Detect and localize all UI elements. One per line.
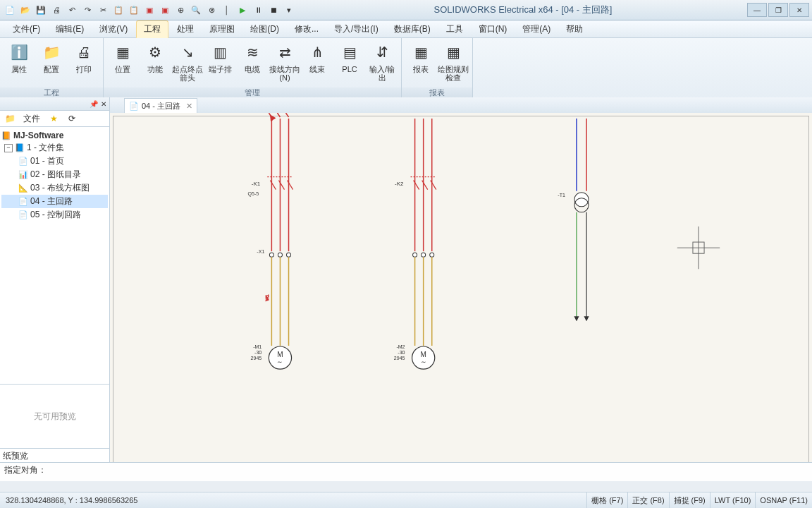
ref-k1: -K1 — [252, 181, 261, 187]
qat-cut-icon[interactable]: ✂ — [96, 3, 110, 17]
status-toggle[interactable]: 栅格 (F7) — [586, 492, 627, 508]
tool-label: 属性 — [11, 64, 27, 73]
qat-more-icon[interactable]: ▾ — [282, 3, 296, 17]
tree-item[interactable]: 📄04 - 主回路 — [1, 195, 108, 208]
qat-pause-icon[interactable]: ⏸ — [251, 3, 265, 17]
qat-copy-icon[interactable]: 📋 — [111, 3, 125, 17]
ref-x1: -X1 — [257, 249, 264, 254]
tool-报表[interactable]: ▦报表 — [405, 40, 437, 73]
menu-7[interactable]: 修改... — [288, 21, 326, 37]
menu-6[interactable]: 绘图(D) — [243, 21, 286, 37]
tool-起点终点箭头[interactable]: ↘起点终点箭头 — [171, 40, 204, 82]
tool-icon: ▦ — [442, 41, 465, 64]
menu-13[interactable]: 帮助 — [559, 21, 590, 37]
tool-绘图规则检查[interactable]: ▦绘图规则检查 — [437, 40, 469, 82]
menu-3[interactable]: 工程 — [136, 20, 168, 38]
svg-text:W1: W1 — [265, 294, 269, 301]
ref-q: Q5-5 — [248, 191, 259, 197]
qat-undo-icon[interactable]: ↶ — [65, 3, 79, 17]
panel-tool-files[interactable]: 📁 — [3, 111, 17, 126]
tool-label: 电缆 — [245, 64, 260, 73]
ref-m2: -M2 — [396, 344, 405, 349]
status-coordinates: 328.1304248868, Y : 134.9986563265 — [0, 496, 143, 504]
tab-close-icon[interactable]: ✕ — [186, 102, 192, 111]
menu-2[interactable]: 浏览(V) — [92, 21, 135, 37]
minimize-button[interactable]: — — [747, 3, 767, 17]
tree-root[interactable]: 📙MJ-Software — [1, 130, 108, 141]
tool-icon: ▥ — [209, 41, 231, 64]
maximize-button[interactable]: ❐ — [768, 3, 788, 17]
tool-label: 报表 — [413, 64, 429, 73]
tool-icon: 📁 — [40, 41, 63, 64]
tool-输入/输出[interactable]: ⇵输入/输出 — [366, 40, 398, 82]
menu-12[interactable]: 管理(A) — [515, 21, 558, 37]
qat-zoom-icon[interactable]: 🔍 — [189, 3, 203, 17]
panel-tool-label[interactable]: 文件 — [21, 111, 42, 126]
menu-11[interactable]: 窗口(N) — [472, 21, 515, 37]
book-icon: 📙 — [1, 131, 11, 140]
menu-1[interactable]: 编辑(E) — [49, 21, 91, 37]
svg-point-28 — [430, 253, 434, 257]
collapse-icon[interactable]: − — [4, 144, 13, 152]
preview-area: 无可用预览 — [0, 384, 109, 448]
tool-功能[interactable]: ⚙功能 — [139, 40, 171, 73]
document-tab[interactable]: 📄 04 - 主回路 ✕ — [124, 98, 197, 113]
status-toggle[interactable]: LWT (F10) — [710, 492, 756, 508]
qat-redo-icon[interactable]: ↷ — [80, 3, 94, 17]
tool-端子排[interactable]: ▥端子排 — [204, 40, 236, 73]
doc-icon: 📊 — [18, 170, 28, 180]
tool-label: 线束 — [309, 64, 325, 73]
tool-电缆[interactable]: ≋电缆 — [236, 40, 269, 73]
tool-打印[interactable]: 🖨打印 — [68, 40, 100, 73]
qat-print-icon[interactable]: 🖨 — [49, 3, 63, 17]
tool-icon: ↘ — [176, 41, 199, 64]
tool-icon: ▤ — [338, 41, 361, 64]
panel-tool-star-icon[interactable]: ★ — [47, 111, 61, 126]
tool-属性[interactable]: ℹ️属性 — [3, 40, 35, 73]
doc-icon: 📄 — [18, 197, 28, 207]
menu-9[interactable]: 数据库(B) — [387, 21, 438, 37]
qat-new-icon[interactable]: 📄 — [3, 3, 17, 17]
panel-pin-icon[interactable]: 📌 — [90, 100, 98, 108]
drawing-canvas[interactable]: -K1 Q5-5 -X1 W1 M ∼ -M1 -30 — [110, 113, 812, 466]
qat-open-icon[interactable]: 📂 — [18, 3, 32, 17]
qat-flag2-icon[interactable]: ▣ — [158, 3, 172, 17]
menu-5[interactable]: 原理图 — [202, 21, 242, 37]
command-line[interactable]: 指定对角： — [0, 462, 812, 481]
tree-item[interactable]: 📄05 - 控制回路 — [1, 208, 108, 222]
status-toggle[interactable]: 捕捉 (F9) — [669, 492, 710, 508]
panel-close-icon[interactable]: ✕ — [101, 100, 106, 108]
qat-sep: │ — [220, 3, 234, 17]
qat-flag1-icon[interactable]: ▣ — [142, 3, 156, 17]
tree-item[interactable]: 📄01 - 首页 — [1, 155, 108, 168]
status-toggle[interactable]: OSNAP (F11) — [755, 492, 812, 508]
qat-stop-icon[interactable]: ⏹ — [266, 3, 281, 17]
tree-folder[interactable]: −📘1 - 文件集 — [1, 141, 108, 155]
menu-4[interactable]: 处理 — [170, 21, 201, 37]
qat-play-icon[interactable]: ▶ — [235, 3, 250, 17]
tool-配置[interactable]: 📁配置 — [35, 40, 68, 73]
qat-paste-icon[interactable]: 📋 — [127, 3, 141, 17]
menu-10[interactable]: 工具 — [439, 21, 470, 37]
tool-位置[interactable]: ▦位置 — [106, 40, 139, 73]
tab-label: 04 - 主回路 — [142, 101, 180, 111]
tool-PLC[interactable]: ▤PLC — [333, 40, 366, 73]
tree-item[interactable]: 📊02 - 图纸目录 — [1, 168, 108, 181]
doc-icon: 📄 — [18, 210, 28, 220]
tool-icon: ⋔ — [306, 41, 328, 64]
close-button[interactable]: ✕ — [789, 3, 809, 17]
svg-text:-30: -30 — [254, 350, 262, 355]
panel-tool-refresh-icon[interactable]: ⟳ — [65, 111, 79, 126]
app-title: SOLIDWORKS Electrical x64 - [04 - 主回路] — [299, 4, 747, 16]
qat-save-icon[interactable]: 💾 — [34, 3, 48, 17]
tool-线束[interactable]: ⋔线束 — [301, 40, 333, 73]
qat-nav1-icon[interactable]: ⊕ — [173, 3, 187, 17]
status-toggle[interactable]: 正交 (F8) — [627, 492, 668, 508]
menu-0[interactable]: 文件(F) — [6, 21, 47, 37]
tool-接线方向(N)[interactable]: ⇄接线方向(N) — [269, 40, 301, 82]
qat-nav2-icon[interactable]: ⊗ — [204, 3, 219, 17]
menu-8[interactable]: 导入/导出(I) — [327, 21, 386, 37]
tool-label: 绘图规则检查 — [437, 64, 469, 82]
tree-item[interactable]: 📐03 - 布线方框图 — [1, 181, 108, 195]
ref-m1: -M1 — [253, 344, 262, 349]
